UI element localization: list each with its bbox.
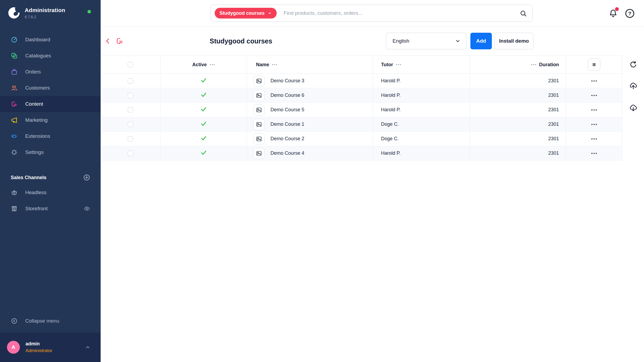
row-name-link[interactable]: Demo Course 6 [270,93,304,98]
table-row: Demo Course 5 Harold P. 2301 [101,103,622,117]
sidebar-item-orders[interactable]: Orders [0,64,101,80]
add-sales-channel-button[interactable] [83,174,90,181]
sidebar-item-catalogues[interactable]: Catalogues [0,48,101,64]
sales-channel-label: Headless [25,190,46,195]
active-check-icon [200,135,207,143]
back-button[interactable] [104,37,112,45]
search-icon[interactable] [519,10,527,17]
row-duration: 2301 [548,121,559,127]
select-row-checkbox[interactable] [128,93,133,98]
sidebar-item-label: Settings [25,149,44,155]
sidebar: Administration 6.7.6.2 Dashboard [0,0,101,362]
column-options-button[interactable] [531,64,536,65]
notifications-button[interactable] [608,8,618,19]
chevron-down-icon [268,11,272,15]
row-context-menu-button[interactable] [591,95,597,96]
sidebar-item-label: Content [25,101,43,107]
catalogues-icon [11,52,18,59]
select-row-checkbox[interactable] [128,122,133,127]
active-check-icon [200,77,207,85]
user-card[interactable]: A admin Administrator [0,333,101,362]
media-placeholder-icon [253,104,265,116]
sidebar-item-settings[interactable]: Settings [0,144,101,160]
eye-icon[interactable] [83,205,90,212]
table-row: Demo Course 2 Doge C. 2301 [101,132,622,146]
admin-app: Administration 6.7.6.2 Dashboard [0,0,644,362]
row-context-menu-button[interactable] [591,124,597,125]
sidebar-item-headless[interactable]: Headless [0,184,101,201]
storefront-icon [11,205,18,212]
dashboard-icon [11,36,18,43]
notification-badge [615,7,619,11]
row-tutor: Harold P. [381,150,401,156]
media-placeholder-icon [253,75,265,87]
select-all-checkbox[interactable] [128,62,133,67]
language-select[interactable]: English [386,33,466,49]
cloud-upload-icon [629,82,638,90]
collapse-menu-label: Collapse menu [25,318,59,324]
column-options-button[interactable] [210,64,215,65]
active-check-icon [200,91,207,99]
media-placeholder-icon [253,133,265,145]
reload-button[interactable] [629,61,638,69]
content-module-icon [116,37,124,45]
column-options-button[interactable] [396,64,401,65]
row-context-menu-button[interactable] [591,109,597,111]
select-row-checkbox[interactable] [128,151,133,156]
avatar: A [7,341,20,354]
sales-channel-label: Storefront [25,206,47,212]
sidebar-item-marketing[interactable]: Marketing [0,112,101,128]
row-context-menu-button[interactable] [591,138,597,140]
page-title: Studygood courses [210,37,272,45]
app-logo-row: Administration 6.7.6.2 [8,6,65,19]
column-header-name: Name [256,62,269,68]
active-check-icon [200,106,207,114]
customers-icon [11,84,18,91]
row-context-menu-button[interactable] [591,80,597,82]
user-meta: admin Administrator [25,341,85,353]
marketing-icon [11,117,18,124]
data-grid: Active Name Tutor [101,56,622,161]
sidebar-item-storefront[interactable]: Storefront [0,201,101,217]
column-header-duration: Duration [539,62,559,68]
download-button[interactable] [629,104,638,112]
row-duration: 2301 [548,150,559,156]
search-scope-pill-button[interactable]: Studygood courses [215,8,277,19]
sales-channels-title: Sales Channels [11,175,46,180]
svg-text:?: ? [628,11,631,16]
grid-settings-button[interactable] [588,58,600,71]
add-button[interactable]: Add [470,33,492,49]
sidebar-item-content[interactable]: Content [0,96,101,112]
row-name-link[interactable]: Demo Course 5 [270,107,304,113]
row-context-menu-button[interactable] [591,153,597,154]
chevron-up-icon [85,344,91,350]
sales-channels-list: Headless Storefront [0,184,101,217]
row-name-link[interactable]: Demo Course 1 [270,121,304,127]
active-check-icon [200,149,207,157]
row-tutor: Harold P. [381,93,401,98]
row-name-link[interactable]: Demo Course 4 [270,150,304,156]
search-scope-label: Studygood courses [219,10,265,16]
help-button[interactable]: ? [624,8,635,19]
global-search[interactable]: Studygood courses Find products, custome… [211,5,533,22]
select-row-checkbox[interactable] [128,136,133,142]
row-name-link[interactable]: Demo Course 3 [270,78,304,84]
column-options-button[interactable] [272,64,277,65]
grid-header-row: Active Name Tutor [101,56,622,74]
search-input[interactable]: Find products, customers, orders... [284,10,363,16]
sidebar-item-customers[interactable]: Customers [0,80,101,96]
sidebar-item-extensions[interactable]: Extensions [0,128,101,144]
select-row-checkbox[interactable] [128,107,133,113]
sidebar-item-label: Marketing [25,117,47,123]
orders-icon [11,68,18,75]
upload-button[interactable] [629,82,638,90]
collapse-menu-button[interactable]: Collapse menu [0,313,101,329]
row-name-link[interactable]: Demo Course 2 [270,136,304,142]
sidebar-item-label: Orders [25,69,41,75]
row-duration: 2301 [548,93,559,98]
content-icon [11,101,18,108]
select-row-checkbox[interactable] [128,78,133,84]
install-demo-button[interactable]: Install demo [495,33,533,49]
sidebar-item-label: Catalogues [25,53,51,59]
sidebar-item-dashboard[interactable]: Dashboard [0,32,101,48]
